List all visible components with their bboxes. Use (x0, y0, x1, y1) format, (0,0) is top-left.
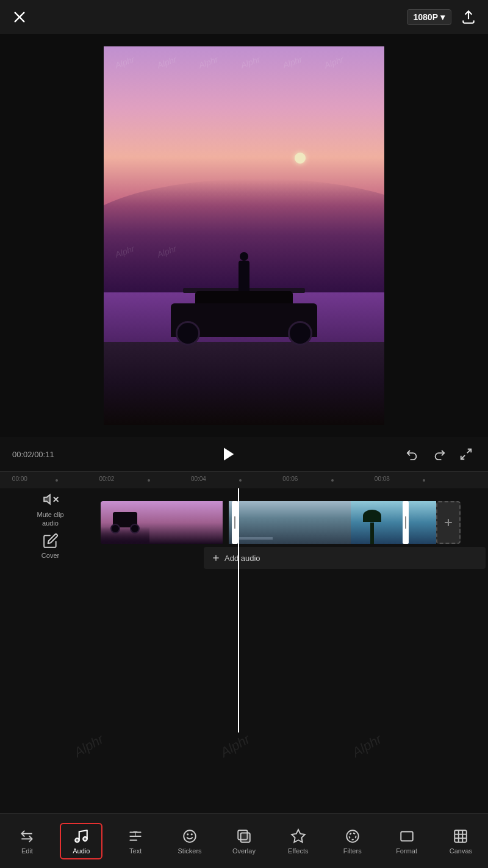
ruler-dot (239, 479, 242, 482)
clip-thumb-bridge-2 (278, 501, 314, 544)
cover-label: Cover (41, 552, 59, 559)
clip-thumb-sunset-2 (149, 501, 186, 544)
car-silhouette (159, 276, 329, 349)
video-frame: Alphr Alphr Alphr Alphr Alphr Alphr Alph… (104, 46, 384, 425)
ruler-dot (331, 479, 334, 482)
ruler-dot (56, 479, 58, 482)
play-button[interactable] (216, 442, 240, 466)
overlay-icon (235, 828, 253, 845)
toolbar-item-stickers[interactable]: Stickers (168, 823, 211, 859)
svg-point-15 (84, 837, 88, 841)
close-button[interactable] (10, 7, 29, 27)
video-preview: Alphr Alphr Alphr Alphr Alphr Alphr Alph… (0, 34, 488, 437)
clip-handle-right[interactable] (403, 501, 409, 544)
ruler-dot (148, 479, 150, 482)
clip-thumb-sunset-3 (186, 501, 223, 544)
resolution-selector[interactable]: 1080P ▾ (407, 9, 451, 25)
side-tools: Mute clipaudio Cover (0, 488, 101, 562)
cover-icon (42, 532, 59, 549)
toolbar-item-effects[interactable]: Effects (277, 823, 320, 859)
toolbar-item-edit[interactable]: Edit (5, 823, 48, 859)
text-icon: T (127, 828, 144, 845)
toolbar-item-canvas[interactable]: Canvas (439, 823, 482, 859)
cover-tool[interactable]: Cover (10, 532, 91, 559)
toolbar-item-overlay[interactable]: Overlay (223, 823, 265, 859)
svg-line-4 (461, 455, 465, 459)
playback-controls: 00:02/00:11 (0, 437, 488, 471)
overlay-label: Overlay (232, 847, 256, 855)
svg-text:T: T (134, 830, 138, 839)
svg-point-23 (346, 830, 359, 842)
stickers-icon (181, 828, 198, 845)
redo-button[interactable] (429, 444, 449, 464)
svg-rect-21 (241, 833, 250, 842)
ground-layer (104, 342, 384, 425)
svg-point-14 (76, 838, 80, 842)
export-button[interactable] (459, 7, 478, 27)
mute-icon (42, 491, 59, 508)
svg-point-24 (349, 833, 356, 839)
add-audio-button[interactable]: Add audio (204, 547, 486, 569)
undo-button[interactable] (403, 444, 422, 464)
clip-handle-left[interactable] (232, 501, 238, 544)
clip-tracks: Add audio (101, 488, 488, 574)
text-label: Text (129, 847, 142, 855)
add-audio-label: Add audio (224, 554, 260, 563)
ruler-mark-4: 00:08 (375, 476, 390, 482)
canvas-icon (452, 828, 469, 845)
add-clip-button[interactable] (436, 501, 461, 544)
canvas-label: Canvas (450, 847, 472, 855)
playhead (238, 488, 239, 732)
svg-marker-22 (292, 830, 305, 842)
person-head (240, 252, 248, 261)
filters-icon (344, 828, 361, 845)
timeline-area[interactable]: Mute clipaudio Cover (0, 488, 488, 732)
clip-thumb-bridge-3 (314, 501, 351, 544)
moon (295, 153, 306, 164)
ruler-marks: 00:00 00:02 00:04 00:06 00:08 (2, 472, 486, 488)
toolbar-item-text[interactable]: T Text (114, 823, 157, 859)
resolution-chevron: ▾ (440, 12, 445, 22)
clip-thumb-palm-1 (351, 501, 400, 544)
audio-icon (73, 828, 90, 845)
time-display: 00:02/00:11 (12, 450, 54, 459)
svg-marker-5 (44, 494, 50, 504)
ruler-dot (423, 479, 425, 482)
watermark: Alphr (71, 731, 106, 761)
watermark: Alphr (350, 731, 384, 761)
effects-label: Effects (288, 847, 308, 855)
stickers-label: Stickers (178, 847, 202, 855)
resolution-value: 1080P (414, 12, 438, 22)
mute-audio-tool[interactable]: Mute clipaudio (10, 491, 91, 528)
toolbar-item-filters[interactable]: Filters (331, 823, 374, 859)
control-buttons (403, 444, 476, 464)
clip-strip[interactable] (101, 501, 461, 544)
audio-label: Audio (73, 847, 90, 855)
header: 1080P ▾ (0, 0, 488, 34)
toolbar-item-format[interactable]: Format (386, 823, 428, 859)
edit-icon (18, 828, 35, 845)
bottom-toolbar: Edit Audio T Text (0, 813, 488, 868)
mute-label: Mute clipaudio (37, 510, 63, 528)
person-silhouette (239, 261, 249, 291)
edit-label: Edit (21, 847, 33, 855)
clip-thumb-sunset-1 (101, 501, 149, 544)
car-wheel-right (288, 321, 312, 345)
format-label: Format (396, 847, 417, 855)
svg-rect-25 (401, 831, 413, 841)
ruler-mark-2: 00:04 (191, 476, 206, 482)
svg-rect-26 (455, 830, 467, 842)
svg-point-17 (184, 830, 196, 842)
timeline-ruler[interactable]: 00:00 00:02 00:04 00:06 00:08 (0, 471, 488, 488)
format-icon (398, 828, 415, 845)
toolbar-item-audio[interactable]: Audio (60, 823, 102, 859)
header-right: 1080P ▾ (407, 7, 478, 27)
video-frame-inner: Alphr Alphr Alphr Alphr Alphr Alphr Alph… (104, 46, 384, 425)
ruler-mark-1: 00:02 (99, 476, 114, 482)
fullscreen-button[interactable] (456, 444, 476, 464)
clip-track-main (101, 498, 488, 547)
car-wheel-left (176, 321, 200, 345)
watermark: Alphr (218, 731, 253, 761)
filters-label: Filters (343, 847, 362, 855)
ruler-mark-0: 00:00 (12, 476, 27, 482)
